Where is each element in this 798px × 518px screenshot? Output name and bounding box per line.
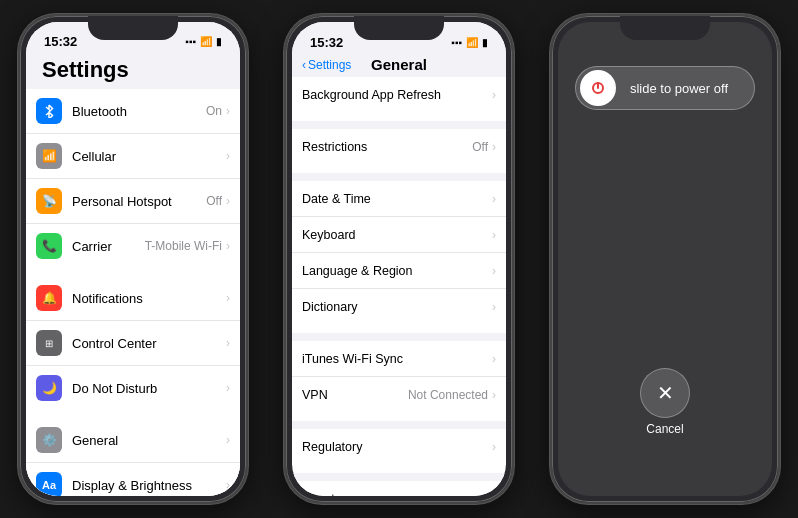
general-item-bg-refresh[interactable]: Background App Refresh › [292,77,506,113]
hotspot-icon: 📡 [36,188,62,214]
screen-settings: 15:32 ▪▪▪ 📶 ▮ Settings [26,22,240,496]
wifi-icon: 📶 [200,36,212,47]
restrictions-value: Off [472,140,488,154]
dnd-chevron: › [226,381,230,395]
general-item-vpn[interactable]: VPN Not Connected › [292,377,506,413]
signal-icon: ▪▪▪ [185,36,196,47]
general-item-date-time[interactable]: Date & Time › [292,181,506,217]
bluetooth-value: On [206,104,222,118]
notifications-chevron: › [226,291,230,305]
cancel-circle: ✕ [640,368,690,418]
carrier-chevron: › [226,239,230,253]
display-chevron: › [226,478,230,492]
general-section-regulatory: Regulatory › [292,429,506,465]
general-section-4: iTunes Wi-Fi Sync › VPN Not Connected › [292,341,506,413]
power-screen: slide to power off ✕ Cancel [558,22,772,496]
keyboard-label: Keyboard [302,228,492,242]
hotspot-value: Off [206,194,222,208]
hotspot-chevron: › [226,194,230,208]
general-item-restrictions[interactable]: Restrictions Off › [292,129,506,165]
language-label: Language & Region [302,264,492,278]
phone-general: 15:32 ▪▪▪ 📶 ▮ ‹ Settings General [284,14,514,504]
vpn-label: VPN [302,388,408,402]
bluetooth-icon [36,98,62,124]
settings-title: Settings [26,53,240,89]
display-label: Display & Brightness [72,478,226,493]
general-item-regulatory[interactable]: Regulatory › [292,429,506,465]
battery-icon-2: ▮ [482,37,488,48]
settings-item-notifications[interactable]: 🔔 Notifications › [26,276,240,321]
section-gap-g2 [292,173,506,181]
settings-item-bluetooth[interactable]: Bluetooth On › [26,89,240,134]
time-2: 15:32 [310,35,343,50]
screen-general: 15:32 ▪▪▪ 📶 ▮ ‹ Settings General [292,22,506,496]
battery-icon: ▮ [216,36,222,47]
bg-refresh-label: Background App Refresh [302,88,492,102]
time-1: 15:32 [44,34,77,49]
settings-item-display[interactable]: Aa Display & Brightness › [26,463,240,496]
itunes-sync-label: iTunes Wi-Fi Sync [302,352,492,366]
vpn-value: Not Connected [408,388,488,402]
reset-label: Reset [302,492,492,496]
settings-item-general[interactable]: ⚙️ General › [26,418,240,463]
control-center-label: Control Center [72,336,226,351]
settings-item-control-center[interactable]: ⊞ Control Center › [26,321,240,366]
date-time-chevron: › [492,192,496,206]
status-icons-1: ▪▪▪ 📶 ▮ [185,36,222,47]
general-section-2: Restrictions Off › [292,129,506,165]
control-center-chevron: › [226,336,230,350]
hotspot-label: Personal Hotspot [72,194,206,209]
notch-1 [88,16,178,40]
cancel-label: Cancel [646,422,683,436]
dnd-label: Do Not Disturb [72,381,226,396]
vpn-chevron: › [492,388,496,402]
cancel-button[interactable]: ✕ Cancel [640,368,690,436]
settings-item-hotspot[interactable]: 📡 Personal Hotspot Off › [26,179,240,224]
date-time-label: Date & Time [302,192,492,206]
signal-icon-2: ▪▪▪ [451,37,462,48]
settings-section-system: ⚙️ General › Aa Display & Brightness › 🌸 [26,418,240,496]
restrictions-label: Restrictions [302,140,472,154]
general-item-keyboard[interactable]: Keyboard › [292,217,506,253]
cellular-label: Cellular [72,149,226,164]
settings-section-notifications: 🔔 Notifications › ⊞ Control Center › 🌙 [26,276,240,410]
general-title: General [371,56,427,73]
settings-item-cellular[interactable]: 📶 Cellular › [26,134,240,179]
general-item-language[interactable]: Language & Region › [292,253,506,289]
restrictions-chevron: › [492,140,496,154]
carrier-label: Carrier [72,239,145,254]
itunes-sync-chevron: › [492,352,496,366]
power-off-slider[interactable]: slide to power off [575,66,755,110]
cancel-x-icon: ✕ [657,381,674,405]
section-gap-g1 [292,121,506,129]
dictionary-chevron: › [492,300,496,314]
back-button[interactable]: ‹ Settings [302,58,351,72]
settings-item-dnd[interactable]: 🌙 Do Not Disturb › [26,366,240,410]
reset-chevron: › [492,492,496,496]
bluetooth-label: Bluetooth [72,104,206,119]
cellular-chevron: › [226,149,230,163]
regulatory-chevron: › [492,440,496,454]
regulatory-label: Regulatory [302,440,492,454]
bluetooth-chevron: › [226,104,230,118]
general-section-reset: Reset › [292,481,506,496]
dnd-icon: 🌙 [36,375,62,401]
cellular-icon: 📶 [36,143,62,169]
keyboard-chevron: › [492,228,496,242]
general-item-itunes-sync[interactable]: iTunes Wi-Fi Sync › [292,341,506,377]
notifications-icon: 🔔 [36,285,62,311]
power-slider-text: slide to power off [616,81,750,96]
general-item-dictionary[interactable]: Dictionary › [292,289,506,325]
section-gap-g3 [292,333,506,341]
general-icon: ⚙️ [36,427,62,453]
general-item-reset[interactable]: Reset › [292,481,506,496]
general-section-1: Background App Refresh › [292,77,506,113]
section-gap-g5 [292,473,506,481]
phone-poweroff: slide to power off ✕ Cancel [550,14,780,504]
display-icon: Aa [36,472,62,496]
settings-item-carrier[interactable]: 📞 Carrier T-Mobile Wi-Fi › [26,224,240,268]
notch-2 [354,16,444,40]
carrier-value: T-Mobile Wi-Fi [145,239,222,253]
general-list: Background App Refresh › Restrictions Of… [292,77,506,496]
dictionary-label: Dictionary [302,300,492,314]
